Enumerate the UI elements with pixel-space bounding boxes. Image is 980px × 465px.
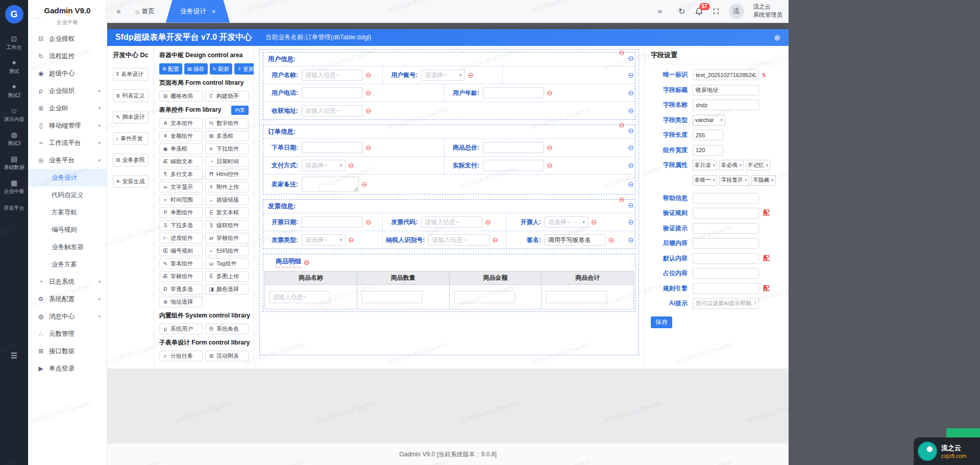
- sidebar-item[interactable]: 业务触发器: [28, 238, 107, 256]
- form-control-button[interactable]: Æ辅助文本: [159, 156, 203, 167]
- design-action-button[interactable]: ⚙配置: [159, 63, 182, 75]
- dev-center-button[interactable]: ♪事件开发: [113, 132, 149, 145]
- delete-field-icon[interactable]: ⊖: [348, 162, 354, 169]
- form-control-button[interactable]: P单图组件: [159, 207, 203, 218]
- layout-control-button[interactable]: Ϛ构建助手: [205, 91, 249, 102]
- form-control-button[interactable]: ⇄穿梭组件: [205, 233, 249, 243]
- dev-center-button[interactable]: Ŧ表单设计: [113, 68, 149, 81]
- app-logo[interactable]: G: [5, 5, 23, 23]
- chat-widget[interactable]: 流之云 cojz8.com: [914, 437, 980, 465]
- form-control-button[interactable]: ¶多行文本: [159, 169, 203, 180]
- section-product-detail[interactable]: 商品明细 ⊖ 商品名称 商品数量 商品金额 商品合计: [263, 254, 635, 312]
- user-info[interactable]: 流之云 系统管理员: [753, 3, 783, 19]
- section-invoice-info[interactable]: ⊖ ⊖ 发票信息: 开票日期: ⊖ 发票代码:: [263, 199, 635, 249]
- sidebar-item[interactable]: ◎ 业务平台 ▾: [28, 152, 107, 169]
- dev-center-button[interactable]: ≣列表定义: [113, 89, 149, 102]
- avatar[interactable]: 流: [729, 4, 744, 19]
- field-invoice-type-select[interactable]: 请选择~▾: [302, 234, 346, 246]
- sidebar-item[interactable]: ▶ 单点登录: [28, 360, 107, 377]
- field-invoice-taxno-input[interactable]: [428, 234, 489, 246]
- delete-field-icon[interactable]: ⊖: [547, 144, 553, 151]
- delete-field-icon[interactable]: ⊖: [365, 71, 372, 79]
- sidebar-item[interactable]: 代码自定义: [28, 186, 107, 204]
- field-type-select[interactable]: varchar▾: [693, 115, 725, 126]
- field-user-phone-input[interactable]: [302, 87, 363, 99]
- rail-item[interactable]: ✶ 测试2: [0, 79, 28, 103]
- delete-section-icon[interactable]: ⊖: [304, 259, 310, 266]
- section-config-icon[interactable]: ⊖: [628, 127, 634, 134]
- form-control-button[interactable]: ¥金额组件: [159, 131, 203, 141]
- delete-field-icon[interactable]: ⊖: [485, 218, 491, 226]
- design-action-button[interactable]: ↻刷新: [210, 63, 233, 75]
- tab-close-icon[interactable]: ×: [212, 8, 216, 15]
- field-name-input[interactable]: [693, 100, 759, 110]
- attr-hidden-select[interactable]: 不隐藏▾: [751, 175, 776, 186]
- sidebar-item[interactable]: ∴ 元数管理: [28, 325, 107, 342]
- sidebar-item[interactable]: 业务设计: [28, 169, 107, 186]
- attr-required-select[interactable]: 非必填▾: [719, 160, 744, 170]
- configure-rule-link[interactable]: 配: [763, 284, 770, 293]
- field-cell[interactable]: 发票类型: 请选择~▾ ⊖: [263, 231, 383, 249]
- row-config-icon[interactable]: ⊖: [628, 181, 634, 188]
- form-control-button[interactable]: ½数字组件: [205, 118, 249, 129]
- subform-control-button[interactable]: ⊞活动附表: [205, 351, 249, 361]
- placeholder-content-input[interactable]: [693, 268, 759, 279]
- sidebar-item[interactable]: ⊟ 企业授权: [28, 30, 107, 47]
- save-field-button[interactable]: 保存: [651, 316, 672, 328]
- field-order-paid-input[interactable]: [483, 160, 544, 171]
- field-cell[interactable]: 卖家备注: ⊖: [263, 175, 626, 194]
- field-invoice-date-input[interactable]: [302, 216, 363, 228]
- form-control-button[interactable]: ⊢进度组件: [159, 233, 203, 243]
- delete-field-icon[interactable]: ⊖: [365, 144, 372, 151]
- field-cell[interactable]: 下单日期: ⊖: [263, 139, 445, 156]
- field-user-account-select[interactable]: 请选择~▾: [421, 69, 465, 81]
- form-control-button[interactable]: ⇑附件上传: [205, 182, 249, 192]
- field-length-input[interactable]: [693, 130, 723, 140]
- hamburger-menu-icon[interactable]: ☰: [0, 351, 28, 360]
- field-invoice-sign-input[interactable]: [545, 234, 606, 246]
- detail-quantity-input[interactable]: [361, 291, 423, 303]
- field-order-payment-select[interactable]: 请选择~▾: [302, 160, 346, 171]
- form-control-button[interactable]: Ð穿透多选: [159, 284, 203, 295]
- sidebar-item[interactable]: 业务方案: [28, 256, 107, 273]
- dev-center-button[interactable]: ✳安装生成: [113, 175, 149, 188]
- rail-item[interactable]: ▤ 基础数据: [0, 151, 28, 175]
- attr-memory-select[interactable]: 不记忆▾: [746, 160, 770, 170]
- sidebar-item[interactable]: 编号规则: [28, 221, 107, 238]
- sidebar-item[interactable]: ρ 企业组织 ▾: [28, 82, 107, 100]
- attr-readonly-select[interactable]: 非只读▾: [693, 160, 717, 170]
- rail-item[interactable]: ✶ 测试: [0, 55, 28, 79]
- section-config-icon[interactable]: ⊖: [628, 202, 634, 209]
- dev-center-button[interactable]: ✎脚本设计: [113, 111, 149, 124]
- expand-tabs-icon[interactable]: »: [657, 7, 662, 16]
- delete-field-icon[interactable]: ⊖: [591, 218, 597, 226]
- form-control-button[interactable]: È多图上传: [205, 271, 249, 282]
- row-config-icon[interactable]: ⊖: [628, 107, 634, 114]
- layout-control-button[interactable]: ⊞栅格布局: [159, 91, 203, 102]
- delete-field-icon[interactable]: ⊖: [608, 236, 615, 243]
- unique-id-input[interactable]: [693, 69, 759, 80]
- tab-business-design[interactable]: 业务设计 ×: [166, 0, 230, 23]
- field-cell[interactable]: 支付方式: 请选择~▾ ⊖: [263, 157, 445, 174]
- sidebar-item[interactable]: ⚙ 系统配置 ▾: [28, 290, 107, 308]
- rule-engine-input[interactable]: [693, 283, 759, 294]
- dialog-close-icon[interactable]: ⊗: [774, 33, 780, 42]
- form-control-button[interactable]: ∼扫码组件: [205, 246, 249, 256]
- detail-name-input[interactable]: [269, 291, 330, 303]
- field-cell[interactable]: 商品总价: ⊖: [445, 139, 626, 156]
- form-control-button[interactable]: Œ编号规则: [159, 246, 203, 256]
- sidebar-item[interactable]: ▯ 移动端管理 ▾: [28, 117, 107, 134]
- field-cell[interactable]: 用户电话: ⊖: [263, 84, 445, 102]
- validate-rule-input[interactable]: [693, 208, 759, 218]
- design-action-button[interactable]: ▤保存: [184, 63, 208, 75]
- sidebar-item[interactable]: 方案导航: [28, 204, 107, 221]
- delete-field-icon[interactable]: ⊖: [547, 89, 553, 96]
- delete-section-icon[interactable]: ⊖: [619, 49, 625, 56]
- form-control-button[interactable]: ↔超级链接: [205, 194, 249, 205]
- configure-default-link[interactable]: 配: [763, 254, 770, 263]
- ai-hint-input[interactable]: [693, 298, 759, 309]
- field-order-remark-textarea[interactable]: [302, 177, 359, 192]
- field-user-name-input[interactable]: [302, 69, 363, 81]
- collapse-sidebar-icon[interactable]: «: [107, 7, 128, 16]
- row-config-icon[interactable]: ⊖: [628, 89, 634, 96]
